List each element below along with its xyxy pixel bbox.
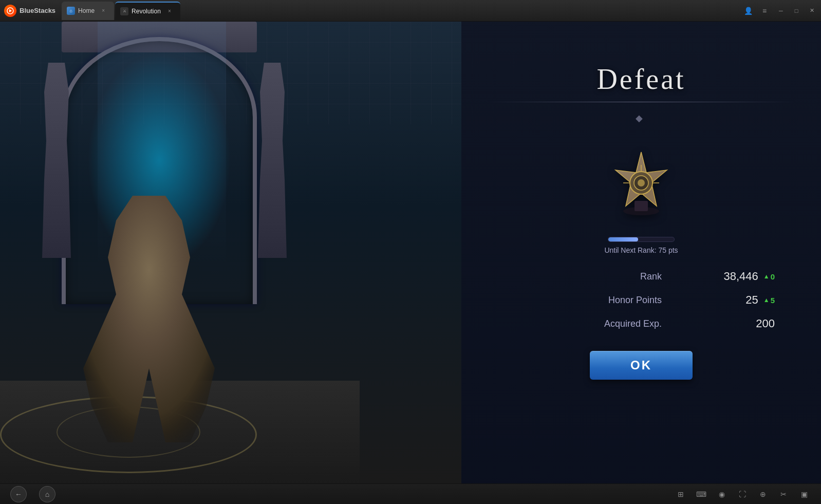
- user-icon[interactable]: 👤: [742, 5, 754, 17]
- rank-label: Rank: [508, 271, 693, 282]
- title-ornament: ◆: [487, 113, 795, 124]
- statue-right: [252, 63, 293, 258]
- rank-progress-bar: [608, 237, 675, 242]
- titlebar-controls: 👤 ≡ ─ □ ✕: [742, 5, 817, 17]
- screenshot-icon[interactable]: ✂: [777, 488, 790, 501]
- honor-delta-value: 5: [771, 296, 775, 305]
- rank-bar-container: [487, 237, 795, 242]
- close-button[interactable]: ✕: [807, 6, 817, 16]
- stat-row-exp: Acquired Exp. 200: [508, 317, 775, 330]
- stat-row-honor: Honor Points 25 ▲ 5: [508, 293, 775, 307]
- bluestacks-logo: BlueStacks: [4, 5, 55, 17]
- location-icon[interactable]: ⊕: [756, 488, 770, 501]
- taskbar: ← ⌂ ⊞ ⌨ ◉ ⛶ ⊕ ✂ ▣: [0, 483, 821, 504]
- svg-marker-1: [9, 9, 12, 12]
- home-tab-label: Home: [78, 7, 95, 14]
- game-area: Defeat ◆: [0, 22, 821, 483]
- medal-badge: [605, 139, 677, 221]
- settings-icon[interactable]: ≡: [758, 5, 771, 17]
- keyboard-icon[interactable]: ⌨: [695, 488, 708, 501]
- rank-bar-fill: [608, 237, 638, 241]
- svg-marker-9: [615, 152, 667, 206]
- rank-progress-text: Until Next Rank: 75 pts: [487, 246, 795, 254]
- stats-table: Rank 38,446 ▲ 0 Honor Points 25 ▲ 5: [487, 270, 795, 330]
- device-icon[interactable]: ▣: [797, 488, 811, 501]
- honor-delta: ▲ 5: [763, 296, 775, 305]
- grid-view-icon[interactable]: ⊞: [674, 488, 687, 501]
- badge-container: [487, 139, 795, 221]
- tab-home[interactable]: ⌂ Home ×: [62, 2, 114, 20]
- revolution-tab-close[interactable]: ×: [166, 8, 173, 15]
- stat-row-rank: Rank 38,446 ▲ 0: [508, 270, 775, 283]
- rank-value: 38,446: [712, 270, 758, 283]
- fullscreen-icon[interactable]: ⛶: [736, 488, 749, 501]
- titlebar: BlueStacks ⌂ Home × ⚔ Revolution × 👤 ≡ ─…: [0, 0, 821, 22]
- revolution-tab-label: Revolution: [132, 8, 161, 15]
- title-divider: [487, 102, 795, 102]
- exp-label: Acquired Exp.: [508, 319, 693, 329]
- result-title: Defeat: [487, 63, 795, 96]
- ok-button-container: OK: [487, 351, 795, 380]
- home-button[interactable]: ⌂: [39, 486, 55, 502]
- maximize-button[interactable]: □: [791, 6, 801, 16]
- result-panel: Defeat ◆: [487, 63, 795, 380]
- exp-value: 200: [729, 317, 775, 330]
- display-icon[interactable]: ◉: [715, 488, 729, 501]
- rank-delta-arrow: ▲: [763, 273, 770, 280]
- honor-value-group: 25 ▲ 5: [693, 293, 775, 307]
- tab-revolution[interactable]: ⚔ Revolution ×: [115, 2, 180, 20]
- honor-delta-arrow: ▲: [763, 296, 770, 304]
- rank-value-group: 38,446 ▲ 0: [693, 270, 775, 283]
- star-badge: [608, 144, 675, 216]
- rank-delta-value: 0: [771, 272, 775, 281]
- ok-button[interactable]: OK: [590, 351, 693, 380]
- honor-label: Honor Points: [508, 295, 693, 306]
- bluestacks-name: BlueStacks: [20, 7, 55, 14]
- home-tab-close[interactable]: ×: [100, 7, 107, 14]
- honor-value: 25: [712, 293, 758, 307]
- svg-rect-11: [635, 201, 648, 211]
- rank-delta: ▲ 0: [763, 272, 775, 281]
- back-button[interactable]: ←: [10, 486, 27, 502]
- home-tab-icon: ⌂: [67, 7, 75, 15]
- exp-value-group: 200: [693, 317, 775, 330]
- revolution-tab-icon: ⚔: [120, 7, 128, 15]
- minimize-button[interactable]: ─: [776, 6, 786, 16]
- bluestacks-icon: [4, 5, 16, 17]
